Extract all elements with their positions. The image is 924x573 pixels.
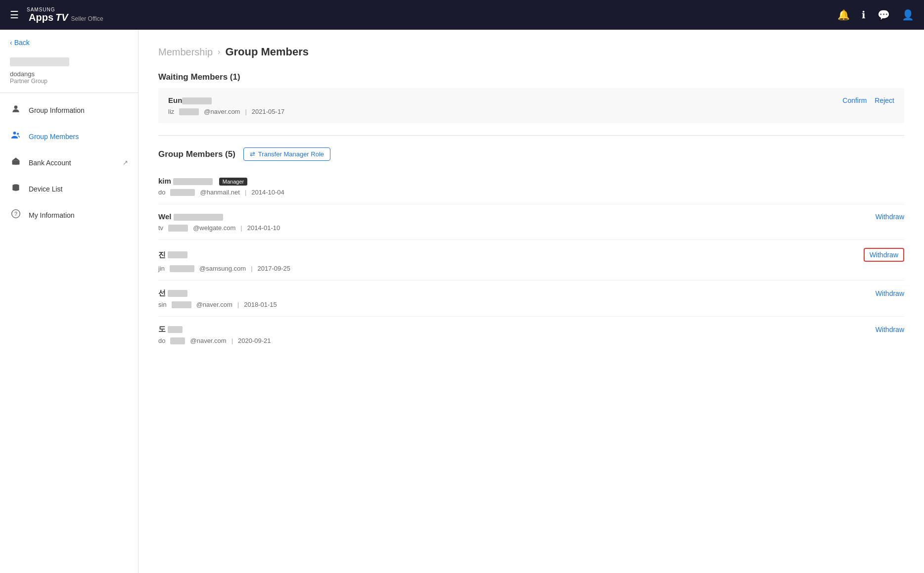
sidebar-item-label-bank-account: Bank Account xyxy=(29,159,116,167)
member-email-domain-kim: @hanmail.net xyxy=(200,189,239,196)
waiting-member-details: liz @naver.com | 2021-05-17 xyxy=(168,108,894,115)
member-name-prefix-jin: 진 xyxy=(158,250,166,259)
group-information-icon xyxy=(10,104,22,116)
svg-point-0 xyxy=(14,105,18,109)
sidebar-nav: Group Information Group Members Bank Acc… xyxy=(0,93,138,232)
sidebar-item-group-members[interactable]: Group Members xyxy=(0,123,138,149)
withdraw-button-do[interactable]: Withdraw xyxy=(876,326,904,334)
transfer-btn-label: Transfer Manager Role xyxy=(258,150,324,158)
dodangs-label: dodangs xyxy=(10,70,128,78)
waiting-member-date: 2021-05-17 xyxy=(252,108,285,115)
member-email-blurred-sun xyxy=(172,301,191,308)
sidebar-item-label-group-information: Group Information xyxy=(29,106,128,114)
breadcrumb-current: Group Members xyxy=(225,46,309,58)
member-date-do: 2020-09-21 xyxy=(238,337,271,344)
member-card-sun: 선 Withdraw sin @naver.com | 2018-01-15 xyxy=(158,281,904,317)
info-icon[interactable]: ℹ xyxy=(862,9,866,21)
manager-badge: Manager xyxy=(219,178,247,186)
sidebar-item-label-group-members: Group Members xyxy=(29,133,128,141)
confirm-button[interactable]: Confirm xyxy=(842,96,867,104)
member-name-jin: 진 xyxy=(158,250,187,260)
member-card-do: 도 Withdraw do @naver.com | 2020-09-21 xyxy=(158,317,904,352)
main-layout: ‹ Back dodangs Partner Group Group Infor… xyxy=(0,30,924,573)
my-information-icon: ? xyxy=(10,209,22,221)
member-name-blurred-wel xyxy=(174,214,223,221)
member-details-wel: tv @welgate.com | 2014-01-10 xyxy=(158,224,904,232)
member-details-kim: do @hanmail.net | 2014-10-04 xyxy=(158,189,904,196)
top-header: ☰ SAMSUNG AppsTVSeller Office 🔔 ℹ 💬 👤 xyxy=(0,0,924,30)
member-name-row-sun: 선 Withdraw xyxy=(158,288,904,298)
member-name-prefix-sun: 선 xyxy=(158,288,166,297)
group-members-icon xyxy=(10,130,22,143)
withdraw-button-sun[interactable]: Withdraw xyxy=(876,289,904,297)
member-name-row-jin: 진 Withdraw xyxy=(158,248,904,262)
withdraw-button-jin[interactable]: Withdraw xyxy=(864,248,904,262)
member-details-sun: sin @naver.com | 2018-01-15 xyxy=(158,301,904,308)
member-email-prefix-sun: sin xyxy=(158,301,167,308)
group-members-header: Group Members (5) ⇄ Transfer Manager Rol… xyxy=(158,147,904,161)
sidebar-item-my-information[interactable]: ? My Information xyxy=(0,202,138,228)
waiting-member-name: Eun xyxy=(168,96,212,105)
bank-account-ext-icon: ↗ xyxy=(123,159,128,166)
breadcrumb-arrow: › xyxy=(218,48,220,56)
member-name-row-do: 도 Withdraw xyxy=(158,325,904,334)
member-name-prefix-do: 도 xyxy=(158,325,166,333)
member-name-blurred-kim xyxy=(173,178,213,185)
member-date-wel: 2014-01-10 xyxy=(247,224,280,232)
back-button[interactable]: ‹ Back xyxy=(0,30,138,52)
member-email-blurred-do xyxy=(170,337,185,344)
bank-account-icon xyxy=(10,156,22,169)
waiting-member-email-blurred xyxy=(179,108,199,115)
member-email-prefix-wel: tv xyxy=(158,224,163,232)
chat-icon[interactable]: 💬 xyxy=(878,9,890,21)
hamburger-icon[interactable]: ☰ xyxy=(10,9,19,21)
member-name-kim: kim Manager xyxy=(158,177,247,186)
breadcrumb: Membership › Group Members xyxy=(158,46,904,58)
bell-icon[interactable]: 🔔 xyxy=(837,9,850,21)
member-email-domain-sun: @naver.com xyxy=(196,301,232,308)
sidebar: ‹ Back dodangs Partner Group Group Infor… xyxy=(0,30,139,573)
sidebar-item-group-information[interactable]: Group Information xyxy=(0,97,138,123)
member-email-domain-do: @naver.com xyxy=(190,337,226,344)
waiting-section-title: Waiting Members (1) xyxy=(158,72,904,82)
svg-point-1 xyxy=(13,132,16,135)
member-name-row-kim: kim Manager xyxy=(158,177,904,186)
header-left: ☰ SAMSUNG AppsTVSeller Office xyxy=(10,7,103,22)
member-details-do: do @naver.com | 2020-09-21 xyxy=(158,337,904,344)
user-icon[interactable]: 👤 xyxy=(902,9,914,21)
member-card-kim: kim Manager do @hanmail.net | 2014-10-04 xyxy=(158,169,904,204)
member-name-sun: 선 xyxy=(158,288,187,298)
member-email-blurred-wel xyxy=(168,225,188,232)
member-date-sun: 2018-01-15 xyxy=(244,301,277,308)
sidebar-item-bank-account[interactable]: Bank Account ↗ xyxy=(0,149,138,176)
member-email-prefix-kim: do xyxy=(158,189,165,196)
waiting-member-card: Eun Confirm Reject liz @naver.com | 2021… xyxy=(158,88,904,123)
member-email-domain-jin: @samsung.com xyxy=(199,265,246,272)
partner-label: Partner Group xyxy=(10,78,128,85)
waiting-member-email-prefix: liz xyxy=(168,108,174,115)
reject-button[interactable]: Reject xyxy=(875,96,894,104)
member-details-jin: jin @samsung.com | 2017-09-25 xyxy=(158,265,904,272)
member-card-wel: Wel Withdraw tv @welgate.com | 2014-01-1… xyxy=(158,204,904,240)
device-list-icon xyxy=(10,183,22,195)
sidebar-item-label-my-information: My Information xyxy=(29,211,128,219)
waiting-member-name-blurred xyxy=(182,97,212,104)
transfer-manager-role-button[interactable]: ⇄ Transfer Manager Role xyxy=(243,147,330,161)
withdraw-button-wel[interactable]: Withdraw xyxy=(876,213,904,221)
section-divider xyxy=(158,135,904,136)
member-name-prefix-wel: Wel xyxy=(158,212,171,221)
member-name-do: 도 xyxy=(158,325,183,334)
waiting-divider: | xyxy=(245,108,246,115)
sidebar-item-label-device-list: Device List xyxy=(29,185,128,193)
member-card-jin: 진 Withdraw jin @samsung.com | 2017-09-25 xyxy=(158,240,904,281)
waiting-member-actions: Confirm Reject xyxy=(842,96,894,104)
svg-point-2 xyxy=(17,133,19,135)
member-name-row-wel: Wel Withdraw xyxy=(158,212,904,221)
transfer-icon: ⇄ xyxy=(250,150,255,158)
content-area: Membership › Group Members Waiting Membe… xyxy=(139,30,924,573)
sidebar-item-device-list[interactable]: Device List xyxy=(0,176,138,202)
username-blurred xyxy=(10,57,69,66)
logo-appstv: AppsTVSeller Office xyxy=(27,12,103,22)
member-date-kim: 2014-10-04 xyxy=(251,189,284,196)
member-name-blurred-sun xyxy=(168,290,187,297)
